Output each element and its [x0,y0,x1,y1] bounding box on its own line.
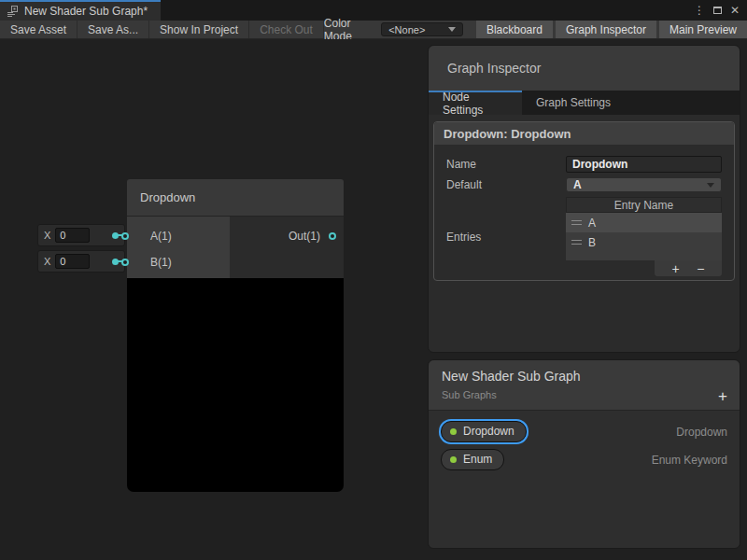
save-asset-button[interactable]: Save Asset [0,21,78,38]
input-port-a[interactable] [121,232,129,240]
window-close-icon[interactable]: ✕ [730,5,740,16]
x-component-label: X [44,230,50,241]
blackboard-toggle-button[interactable]: Blackboard [476,21,553,38]
entries-list-footer: + − [655,260,722,276]
blackboard-title: New Shader Sub Graph [442,369,726,384]
dropdown-arrow-icon [448,27,456,32]
entries-field-label: Entries [446,231,566,244]
name-field-label: Name [446,158,566,171]
node-settings-section: Dropdown: Dropdown Name Default A [433,121,735,281]
document-tab-title: New Shader Sub Graph* [24,5,148,18]
entry-row-a[interactable]: A [566,213,722,232]
show-in-project-button[interactable]: Show In Project [149,21,249,38]
window-maximize-icon[interactable] [713,7,722,14]
node-title[interactable]: Dropdown [127,179,344,217]
property-pill-dropdown[interactable]: Dropdown [441,421,527,442]
entry-row-b[interactable]: B [566,232,722,252]
section-title: Dropdown: Dropdown [434,122,734,146]
add-entry-button[interactable]: + [672,262,680,275]
property-type-dot-icon [450,456,457,463]
x-component-label: X [44,256,50,267]
property-pill-dropdown-label: Dropdown [463,425,514,438]
subgraph-asset-icon [7,6,19,18]
input-port-b[interactable] [121,259,129,266]
dropdown-arrow-icon [707,183,714,188]
graph-canvas[interactable]: X X Dropdown A(1) B(1) [0,39,747,560]
blackboard-header[interactable]: New Shader Sub Graph Sub Graphs + [429,360,740,411]
port-b-value-input[interactable] [55,254,90,269]
dropdown-node[interactable]: Dropdown A(1) B(1) Out(1) [127,179,344,492]
graph-inspector-title[interactable]: Graph Inspector [429,46,740,91]
color-mode-dropdown[interactable]: <None> [381,22,463,36]
titlebar: New Shader Sub Graph* ⋮ ✕ [0,0,747,21]
input-port-a-label: A(1) [150,230,172,243]
property-type-label: Dropdown [676,426,727,439]
default-field-label: Default [446,178,566,191]
blackboard-row-enum: Enum Enum Keyword [441,449,727,470]
output-port-label: Out(1) [289,230,320,243]
main-preview-toggle-button[interactable]: Main Preview [659,21,747,38]
name-field-input[interactable] [566,156,722,173]
save-as-button[interactable]: Save As... [78,21,149,38]
default-dropdown[interactable]: A [566,177,722,192]
tab-graph-settings[interactable]: Graph Settings [522,91,625,115]
node-output-slots: Out(1) [230,217,344,278]
entries-list-filler [566,252,722,260]
check-out-button: Check Out [249,21,324,38]
remove-entry-button[interactable]: − [697,262,704,275]
property-pill-enum[interactable]: Enum [441,449,504,470]
color-mode-value: <None> [388,24,425,35]
graph-inspector-toggle-button[interactable]: Graph Inspector [556,21,656,38]
node-preview[interactable] [127,278,344,492]
input-port-row-b: B(1) [127,249,230,275]
default-dropdown-value: A [573,178,582,191]
entries-list-header: Entry Name [566,197,722,213]
blackboard-row-dropdown: Dropdown Dropdown [441,421,727,442]
drag-handle-icon[interactable] [571,240,582,245]
add-property-button[interactable]: + [718,388,727,404]
output-port-row: Out(1) [230,223,344,249]
output-port[interactable] [329,232,336,240]
property-type-dot-icon [450,428,457,435]
input-port-row-a: A(1) [127,223,230,249]
blackboard-subtitle: Sub Graphs [442,389,726,400]
drag-handle-icon[interactable] [571,220,582,225]
input-port-b-label: B(1) [150,256,172,269]
document-tab[interactable]: New Shader Sub Graph* [0,0,161,21]
color-mode-label: Color Mode [324,21,381,38]
entry-row-a-label: A [588,217,596,230]
blackboard-panel: New Shader Sub Graph Sub Graphs + Dropdo… [428,359,740,549]
window-menu-icon[interactable]: ⋮ [694,5,705,16]
property-type-label: Enum Keyword [652,454,727,467]
entries-list: Entry Name A B [566,197,722,276]
port-default-widget-a: X [37,224,125,246]
property-pill-enum-label: Enum [463,453,492,466]
graph-inspector-panel: Graph Inspector Node Settings Graph Sett… [428,45,740,353]
entry-row-b-label: B [588,236,596,249]
port-default-widget-b: X [37,250,125,273]
tab-node-settings[interactable]: Node Settings [429,91,522,115]
toolbar: Save Asset Save As... Show In Project Ch… [0,21,747,39]
titlebar-spacer [161,0,694,21]
port-a-value-input[interactable] [55,228,90,243]
node-input-slots: A(1) B(1) [127,217,230,278]
inspector-tab-strip: Node Settings Graph Settings [429,91,740,115]
